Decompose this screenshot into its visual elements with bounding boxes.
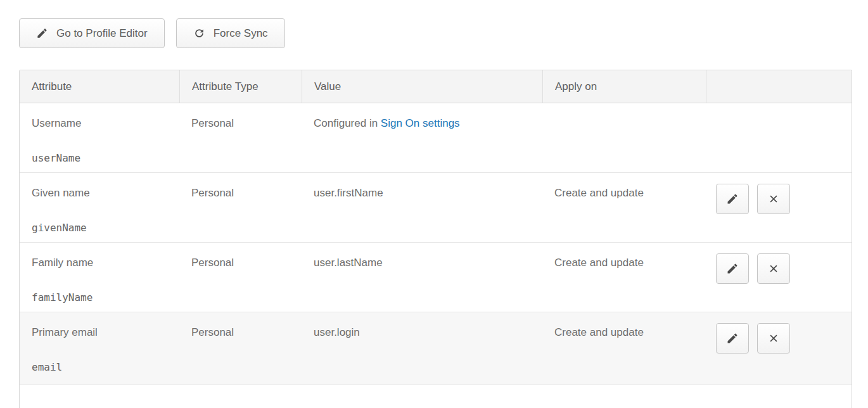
attribute-mappings-table: Attribute Attribute Type Value Apply on … — [19, 70, 852, 408]
attribute-label: Primary email — [32, 326, 173, 339]
attribute-mappings-page: Go to Profile Editor Force Sync Attribut… — [0, 0, 868, 408]
value-cell: user.login — [302, 312, 542, 385]
attribute-type-cell: Personal — [179, 312, 302, 385]
attribute-code: givenName — [32, 222, 173, 234]
value-cell: Configured in Sign On settings — [302, 103, 542, 173]
attribute-cell: Family name familyName — [20, 243, 179, 312]
remove-attribute-button[interactable] — [757, 323, 790, 354]
remove-attribute-button[interactable] — [757, 184, 790, 214]
attribute-label: Given name — [32, 187, 173, 200]
attribute-type-cell: Personal — [179, 173, 302, 243]
attribute-label: Username — [32, 117, 173, 130]
attribute-code: email — [32, 361, 173, 373]
force-sync-label: Force Sync — [214, 27, 268, 40]
close-icon — [767, 262, 780, 275]
attribute-code: familyName — [32, 291, 173, 303]
apply-on-cell — [542, 103, 706, 173]
remove-attribute-button[interactable] — [757, 253, 790, 284]
go-to-profile-editor-label: Go to Profile Editor — [56, 27, 148, 40]
pencil-icon — [36, 27, 48, 39]
attribute-cell: Primary email email — [20, 312, 179, 385]
edit-attribute-button[interactable] — [716, 253, 749, 284]
column-header-attribute: Attribute — [20, 70, 179, 103]
toolbar: Go to Profile Editor Force Sync — [19, 18, 852, 48]
attribute-cell: Username userName — [20, 103, 179, 173]
edit-attribute-button[interactable] — [716, 323, 749, 354]
close-icon — [767, 332, 780, 345]
attribute-type-cell: Personal — [179, 103, 302, 173]
column-header-apply-on: Apply on — [542, 70, 706, 103]
table-row-given-name: Given name givenName Personal user.first… — [20, 173, 852, 243]
table-row-partial — [20, 385, 852, 408]
table-row-username: Username userName Personal Configured in… — [20, 103, 852, 173]
table-row-primary-email: Primary email email Personal user.login … — [20, 312, 852, 385]
value-cell: user.lastName — [302, 243, 542, 312]
edit-attribute-button[interactable] — [716, 184, 749, 214]
apply-on-cell: Create and update — [542, 243, 706, 312]
close-icon — [767, 193, 780, 205]
value-cell: user.firstName — [302, 173, 542, 243]
pencil-icon — [726, 262, 739, 275]
apply-on-cell: Create and update — [542, 312, 706, 385]
sign-on-settings-link[interactable]: Sign On settings — [381, 117, 460, 129]
attribute-type-cell: Personal — [179, 243, 302, 312]
attribute-code: userName — [32, 152, 173, 164]
pencil-icon — [726, 193, 739, 205]
force-sync-button[interactable]: Force Sync — [176, 18, 285, 48]
refresh-icon — [193, 27, 205, 39]
apply-on-cell: Create and update — [542, 173, 706, 243]
attribute-cell: Given name givenName — [20, 173, 179, 243]
column-header-attribute-type: Attribute Type — [179, 70, 302, 103]
actions-cell — [706, 173, 852, 243]
actions-cell — [706, 243, 852, 312]
column-header-actions — [706, 70, 852, 103]
actions-cell — [706, 312, 852, 385]
actions-cell — [706, 103, 852, 173]
go-to-profile-editor-button[interactable]: Go to Profile Editor — [19, 18, 165, 48]
attribute-label: Family name — [32, 257, 173, 269]
pencil-icon — [726, 332, 739, 345]
table-row-family-name: Family name familyName Personal user.las… — [20, 243, 852, 312]
table-header: Attribute Attribute Type Value Apply on — [20, 70, 852, 103]
column-header-value: Value — [302, 70, 542, 103]
value-text: Configured in — [314, 117, 381, 129]
